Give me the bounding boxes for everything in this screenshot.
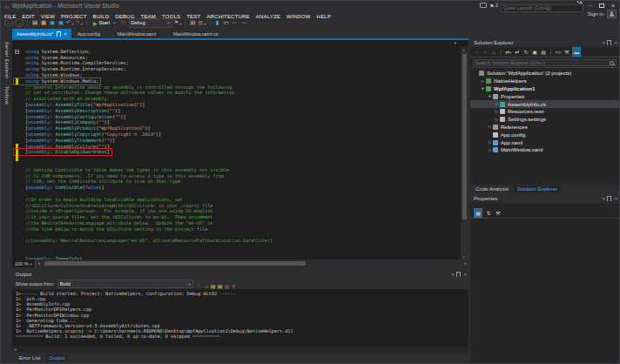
tree-item-nativehelpers[interactable]: NativeHelpers: [470, 78, 619, 85]
tab-code-analysis[interactable]: Code Analysis: [472, 185, 512, 192]
editor-zoom-select[interactable]: 100 %: [12, 260, 36, 267]
tree-item-assemblyinfo-cs[interactable]: AssemblyInfo.cs: [470, 100, 619, 108]
code-line[interactable]: //<UICulture>CultureYouAreCodingWith</UI…: [12, 203, 468, 209]
code-line[interactable]: [assembly: DisableDpiAwareness]: [12, 149, 468, 155]
intellitrace-icon[interactable]: ▥: [198, 19, 206, 27]
restore-button[interactable]: [597, 2, 606, 10]
solution-explorer-search-input[interactable]: [473, 59, 617, 66]
code-line[interactable]: [assembly: ComVisible(false)]: [12, 185, 468, 191]
tab-output[interactable]: Output: [45, 354, 68, 361]
new-project-icon[interactable]: ▤: [31, 19, 38, 27]
code-line[interactable]: [assembly: AssemblyTrademark("")]: [12, 138, 468, 144]
save-icon[interactable]: ▣: [49, 19, 56, 27]
code-line[interactable]: // set of attributes. Change these attri…: [12, 90, 468, 96]
tree-item-solution-wpfapplication-2-projects[interactable]: Solution 'WpfApplication' (2 projects): [470, 70, 619, 78]
code-line[interactable]: [assembly: ThemeInfo(: [12, 256, 468, 260]
attach-icon[interactable]: ↻: [120, 19, 127, 27]
toggle-bookmark-icon[interactable]: ▭: [223, 19, 230, 27]
nav-forward-icon[interactable]: →: [15, 18, 24, 27]
close-icon[interactable]: [614, 40, 617, 45]
code-line[interactable]: using System.Windows.Media;: [12, 78, 468, 84]
tree-item-references[interactable]: References: [470, 124, 619, 131]
view-code-icon[interactable]: <>: [555, 48, 562, 56]
code-line[interactable]: // Setting ComVisible to false makes the…: [12, 167, 468, 173]
next-bookmark-icon[interactable]: ↝: [240, 19, 247, 27]
code-line[interactable]: [assembly: AssemblyTitle("WpfApplication…: [12, 102, 468, 108]
code-line[interactable]: [12, 233, 468, 239]
pending-changes-filter-icon[interactable]: ⇄: [505, 48, 512, 56]
expand-arrow-icon[interactable]: [494, 118, 500, 122]
chevron-down-icon[interactable]: [603, 40, 605, 45]
expand-arrow-icon[interactable]: [494, 110, 500, 114]
menu-analyze[interactable]: ANALYZE: [256, 14, 280, 19]
tab-mainwindow-xaml[interactable]: MainWindow.xaml: [113, 29, 160, 38]
code-line[interactable]: [assembly: AssemblyConfiguration("")]: [12, 114, 468, 120]
code-line[interactable]: // to COM components. If you need to acc…: [12, 173, 468, 179]
tool-tab-server-explorer[interactable]: Server Explorer: [4, 42, 10, 79]
menu-build[interactable]: BUILD: [93, 14, 110, 19]
pin-icon[interactable]: [607, 40, 611, 45]
editor-vertical-scrollbar[interactable]: [461, 47, 468, 260]
save-all-icon[interactable]: ▣: [57, 19, 64, 27]
code-line[interactable]: [assembly: AssemblyCompany("")]: [12, 119, 468, 125]
code-line[interactable]: [12, 250, 468, 256]
code-line[interactable]: // General Information about an assembly…: [12, 84, 468, 91]
scrollbar-thumb[interactable]: [462, 54, 467, 219]
tree-item-app-xaml[interactable]: App.xaml: [470, 138, 619, 146]
code-line[interactable]: // associated with an assembly.: [12, 96, 468, 102]
show-all-files-icon[interactable]: ▤: [540, 48, 547, 56]
expand-arrow-icon[interactable]: [494, 102, 500, 106]
code-line[interactable]: [12, 155, 468, 161]
code-line[interactable]: using System.Resources;: [12, 55, 468, 61]
close-icon[interactable]: [61, 31, 67, 37]
chevron-down-icon[interactable]: [603, 196, 605, 201]
code-line[interactable]: [assembly: AssemblyDescription("")]: [12, 108, 468, 114]
tab-app-config[interactable]: App.config: [73, 29, 104, 38]
close-icon[interactable]: [463, 272, 467, 277]
code-line[interactable]: [12, 244, 468, 250]
code-line[interactable]: //in your source files, set the <UICultu…: [12, 214, 468, 220]
menu-project[interactable]: PROJECT: [61, 14, 86, 19]
find-in-files-icon[interactable]: ⚑: [174, 19, 182, 27]
tree-item-wpfapplication1[interactable]: WpfApplication1: [470, 85, 619, 93]
tab-solution-explorer[interactable]: Solution Explorer: [514, 185, 561, 192]
expand-arrow-icon[interactable]: [487, 125, 493, 129]
output-horizontal-scrollbar[interactable]: [12, 347, 468, 353]
code-line[interactable]: //inside a <PropertyGroup>. For example,…: [12, 208, 468, 214]
redo-icon[interactable]: ↷: [75, 19, 82, 27]
home-icon[interactable]: ⌂: [490, 48, 497, 56]
code-line[interactable]: [assembly: AssemblyCopyright("Copyright …: [12, 131, 468, 138]
expand-arrow-icon[interactable]: [487, 148, 493, 152]
categorized-icon[interactable]: ▦: [474, 208, 482, 218]
undo-icon[interactable]: ↶: [66, 19, 73, 27]
output-log[interactable]: 1>------ Build started: Project: NativeH…: [12, 289, 468, 347]
output-source-combo[interactable]: Build: [57, 280, 193, 288]
nav-back-icon[interactable]: ←: [4, 18, 13, 27]
code-line[interactable]: [assembly: AssemblyProduct("WpfApplicati…: [12, 125, 468, 131]
code-line[interactable]: //the NeutralResourceLanguage attribute …: [12, 220, 468, 226]
property-pages-icon[interactable]: ⚒: [495, 209, 502, 217]
open-file-icon[interactable]: ▦: [40, 19, 47, 27]
fold-collapse-icon[interactable]: [15, 50, 19, 54]
expand-arrow-icon[interactable]: [480, 79, 486, 84]
tab-mainwindow-xaml-cs[interactable]: MainWindow.xaml.cs: [169, 29, 222, 38]
tree-item-resources-resx[interactable]: Resources.resx: [470, 108, 619, 116]
preview-selected-items-icon[interactable]: ▬: [572, 47, 581, 57]
collapse-all-icon[interactable]: ▣: [531, 48, 538, 56]
refresh-icon[interactable]: ↻: [522, 48, 529, 56]
close-button[interactable]: [609, 2, 617, 10]
notifications-flag[interactable]: 2: [489, 3, 498, 9]
expand-arrow-icon[interactable]: [480, 86, 486, 91]
tree-item-app-config[interactable]: App.config: [470, 131, 619, 138]
expand-arrow-icon[interactable]: [487, 140, 493, 145]
prev-bookmark-icon[interactable]: ↜: [232, 19, 239, 27]
code-line[interactable]: // COM, set the ComVisible attribute to …: [12, 179, 468, 185]
code-line[interactable]: //In order to begin building localizable…: [12, 197, 468, 203]
tool-tab-toolbox[interactable]: Toolbox: [4, 86, 10, 104]
code-line[interactable]: using System.Runtime.CompilerServices;: [12, 60, 468, 66]
code-line[interactable]: [12, 191, 468, 197]
tree-item-properties[interactable]: Properties: [470, 92, 619, 100]
code-line[interactable]: [assembly: AssemblyCulture("")]: [12, 144, 468, 150]
tree-item-settings-settings[interactable]: Settings.settings: [470, 116, 619, 124]
close-icon[interactable]: [614, 196, 617, 201]
